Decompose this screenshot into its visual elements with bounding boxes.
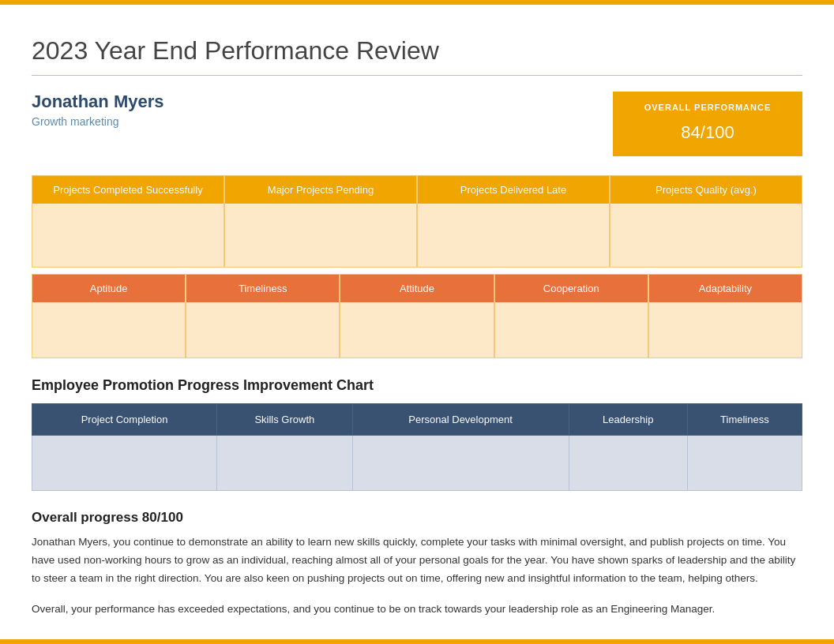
skill-header: Aptitude — [32, 275, 185, 302]
metric-header: Major Projects Pending — [225, 176, 416, 204]
progress-col-header: Skills Growth — [217, 404, 352, 436]
progress-cell — [352, 436, 569, 491]
overall-progress-title: Overall progress 80/100 — [32, 510, 802, 526]
divider — [32, 75, 802, 76]
overall-performance-label: OVERALL PERFORMANCE — [635, 103, 780, 112]
bottom-bar — [0, 639, 834, 644]
overall-progress-para-1: Jonathan Myers, you continue to demonstr… — [32, 534, 802, 588]
metric-body — [225, 204, 416, 267]
overall-performance-box: OVERALL PERFORMANCE 84/100 — [613, 92, 802, 156]
skill-header: Adaptability — [649, 275, 802, 302]
progress-cell — [217, 436, 352, 491]
skills-row: Aptitude Timeliness Attitude Cooperation… — [32, 274, 802, 358]
person-info: Jonathan Myers Growth marketing — [32, 92, 164, 128]
progress-col-header: Leadership — [569, 404, 687, 436]
skill-header: Attitude — [340, 275, 493, 302]
skill-header: Cooperation — [495, 275, 648, 302]
metric-card: Projects Completed Successfully — [32, 175, 224, 268]
header-row: Jonathan Myers Growth marketing OVERALL … — [32, 92, 802, 156]
metric-header: Projects Quality (avg.) — [610, 176, 802, 204]
progress-col-header: Personal Development — [352, 404, 569, 436]
overall-performance-score: 84/100 — [635, 112, 780, 145]
skill-card: Attitude — [340, 274, 494, 358]
page-title: 2023 Year End Performance Review — [32, 36, 802, 66]
progress-cell — [32, 436, 217, 491]
progress-cell — [569, 436, 687, 491]
metric-body — [610, 204, 802, 267]
progress-table: Project CompletionSkills GrowthPersonal … — [32, 403, 802, 491]
progress-col-header: Project Completion — [32, 404, 217, 436]
overall-progress-para-2: Overall, your performance has exceeded e… — [32, 601, 802, 619]
metric-card: Projects Quality (avg.) — [610, 175, 802, 268]
skill-body — [340, 302, 493, 358]
progress-section-title: Employee Promotion Progress Improvement … — [32, 377, 802, 394]
skill-body — [649, 302, 802, 358]
person-role: Growth marketing — [32, 115, 164, 128]
metric-header: Projects Completed Successfully — [32, 176, 224, 204]
progress-col-header: Timeliness — [687, 404, 802, 436]
metric-header: Projects Delivered Late — [418, 176, 609, 204]
progress-cell — [687, 436, 802, 491]
skill-header: Timeliness — [186, 275, 339, 302]
skill-body — [495, 302, 648, 358]
skill-card: Timeliness — [186, 274, 340, 358]
metric-card: Projects Delivered Late — [417, 175, 610, 268]
metric-card: Major Projects Pending — [224, 175, 417, 268]
skill-card: Aptitude — [32, 274, 186, 358]
person-name: Jonathan Myers — [32, 92, 164, 112]
metrics-row: Projects Completed Successfully Major Pr… — [32, 175, 802, 268]
skill-body — [32, 302, 185, 358]
skill-body — [186, 302, 339, 358]
skill-card: Cooperation — [494, 274, 648, 358]
skill-card: Adaptability — [648, 274, 802, 358]
metric-body — [32, 204, 224, 267]
metric-body — [418, 204, 609, 267]
